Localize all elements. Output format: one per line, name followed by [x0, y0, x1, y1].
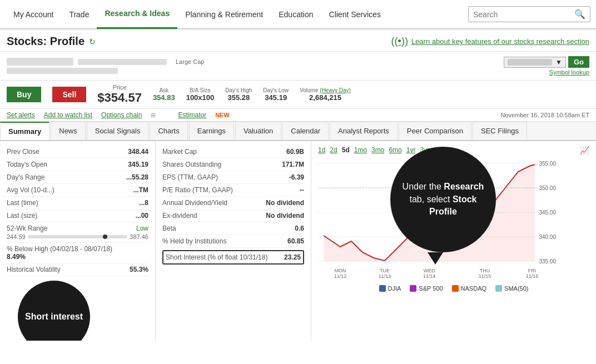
svg-text:11/15: 11/15	[479, 273, 491, 279]
stock-name-blurred	[7, 58, 73, 66]
tab-analyst-reports[interactable]: Analyst Reports	[330, 122, 398, 140]
nav-research-ideas[interactable]: Research & Ideas	[97, 0, 177, 29]
52wk-high-val: 387.46	[130, 233, 148, 240]
page-title: Stocks: Profile	[7, 35, 85, 48]
svg-text:THU: THU	[480, 268, 490, 273]
svg-text:11/12: 11/12	[334, 273, 347, 279]
ask-value: 354.83	[153, 93, 175, 102]
below-high-label: % Below High (04/02/18 - 08/07/18)	[7, 245, 148, 253]
held-institutions-value: 60.85	[287, 237, 304, 245]
estimator-link[interactable]: Estimator	[178, 111, 206, 119]
tooltip-text: Under the Research tab, select Stock Pro…	[399, 181, 487, 218]
svg-text:WED: WED	[424, 268, 435, 273]
symbol-dropdown[interactable]: ▼	[504, 57, 566, 68]
stock-name-block: Large Cap	[7, 58, 204, 74]
nav-my-account[interactable]: My Account	[6, 0, 61, 29]
time-1yr[interactable]: 1yr	[406, 146, 416, 154]
search-input[interactable]	[473, 10, 574, 19]
tab-social-signals[interactable]: Social Signals	[87, 122, 149, 140]
svg-text:11/14: 11/14	[423, 273, 436, 279]
stats-left: Prev Close 348.44 Today's Open 345.19 Da…	[0, 141, 156, 341]
sma50-color	[495, 285, 502, 292]
page-header: Stocks: Profile ↻ ((•)) Learn about key …	[0, 29, 596, 52]
tab-peer-comparison[interactable]: Peer Comparison	[399, 122, 471, 140]
actions-row: Set alerts Add to watch list Options cha…	[0, 109, 596, 122]
go-button[interactable]: Go	[568, 56, 589, 68]
svg-text:350.00: 350.00	[539, 185, 556, 191]
djia-color	[379, 285, 386, 292]
short-interest-bubble-text: Short interest	[25, 312, 83, 322]
stat-last-size: Last (size) ...00	[7, 210, 148, 222]
buy-button[interactable]: Buy	[7, 87, 41, 102]
timestamp: November 16, 2018 10:58am ET	[500, 112, 589, 118]
stat-ex-dividend: Ex-dividend No dividend	[162, 210, 304, 222]
stat-eps: EPS (TTM, GAAP) -6.39	[162, 171, 304, 184]
legend-nasdaq[interactable]: NASDAQ	[452, 285, 486, 292]
ba-size-block: B/A Size 100x100	[186, 87, 215, 102]
legend-sma50[interactable]: SMA(50)	[495, 285, 528, 292]
last-time-label: Last (time)	[7, 199, 38, 207]
symbol-lookup-link[interactable]: Symbol lookup	[549, 69, 589, 76]
new-badge: NEW	[215, 112, 230, 118]
time-2d[interactable]: 2d	[330, 146, 337, 154]
eps-value: -6.39	[289, 173, 304, 181]
stat-last-time: Last (time) ...8	[7, 197, 148, 210]
learn-link[interactable]: ((•)) Learn about key features of our st…	[391, 36, 589, 47]
annual-dividend-label: Annual Dividend/Yield	[162, 199, 227, 207]
time-6mo[interactable]: 6mo	[389, 146, 401, 154]
volume-block: Volume (Heavy Day) 2,684,215	[300, 87, 351, 102]
days-high-label: Day's High	[225, 87, 252, 93]
time-5d[interactable]: 5d	[342, 146, 350, 154]
set-alerts-link[interactable]: Set alerts	[7, 111, 35, 119]
price-label: Price	[113, 84, 127, 91]
tab-charts[interactable]: Charts	[150, 122, 187, 140]
refresh-icon[interactable]: ↻	[89, 37, 96, 46]
search-icon[interactable]: 🔍	[574, 9, 585, 19]
chart-expand-icon[interactable]: 📈	[580, 146, 589, 154]
stat-avg-vol: Avg Vol (10-d...) ...TM	[7, 184, 148, 197]
avg-vol-value: ...TM	[133, 186, 148, 194]
legend-djia[interactable]: DJIA	[379, 285, 401, 292]
hist-vol-value: 55.3%	[130, 266, 148, 273]
range-bar	[28, 235, 128, 238]
held-institutions-label: % Held by Institutions	[162, 237, 226, 245]
tab-summary[interactable]: Summary	[0, 122, 49, 140]
tab-earnings[interactable]: Earnings	[189, 122, 234, 140]
time-1d[interactable]: 1d	[318, 146, 325, 154]
stat-52wk-range: 52-Wk Range Low 244.59 387.46	[7, 222, 148, 243]
sell-button[interactable]: Sell	[52, 87, 86, 102]
shares-label: Shares Outstanding	[162, 161, 221, 168]
svg-text:340.00: 340.00	[539, 234, 556, 240]
time-3mo[interactable]: 3mo	[371, 146, 384, 154]
tab-calendar[interactable]: Calendar	[282, 122, 329, 140]
legend-sp500[interactable]: S&P 500	[410, 285, 443, 292]
short-interest-bubble: Short interest	[18, 281, 90, 341]
52wk-range-low-label: Low	[136, 225, 148, 232]
market-cap-label: Market Cap	[162, 148, 197, 156]
stat-shares-outstanding: Shares Outstanding 171.7M	[162, 158, 304, 171]
tab-sec-filings[interactable]: SEC Filings	[473, 122, 527, 140]
short-interest-bubble-container: Short interest	[7, 281, 148, 336]
time-1mo[interactable]: 1mo	[354, 146, 367, 154]
nav-education[interactable]: Education	[271, 0, 321, 29]
nav-trade[interactable]: Trade	[61, 0, 97, 29]
ask-block: Ask 354.83	[153, 87, 175, 102]
stat-held-institutions: % Held by Institutions 60.85	[162, 235, 304, 248]
stat-days-range: Day's Range ...55.28	[7, 171, 148, 184]
avg-vol-label: Avg Vol (10-d...)	[7, 186, 54, 194]
tooltip-bubble: Under the Research tab, select Stock Pro…	[390, 147, 496, 252]
add-watchlist-link[interactable]: Add to watch list	[44, 111, 92, 119]
stat-pe-ratio: P/E Ratio (TTM, GAAP) --	[162, 184, 304, 197]
pe-ratio-label: P/E Ratio (TTM, GAAP)	[162, 186, 233, 194]
stat-beta: Beta 0.6	[162, 222, 304, 235]
options-chain-link[interactable]: Options chain	[101, 111, 142, 119]
nav-client-services[interactable]: Client Services	[321, 0, 389, 29]
svg-text:355.00: 355.00	[539, 161, 556, 167]
sp500-color	[410, 285, 416, 292]
volume-link[interactable]: (Heavy Day)	[320, 87, 351, 93]
tab-valuation[interactable]: Valuation	[235, 122, 281, 140]
beta-value: 0.6	[295, 225, 304, 232]
nav-planning[interactable]: Planning & Retirement	[177, 0, 271, 29]
tab-news[interactable]: News	[51, 122, 86, 140]
prev-close-value: 348.44	[128, 148, 148, 156]
